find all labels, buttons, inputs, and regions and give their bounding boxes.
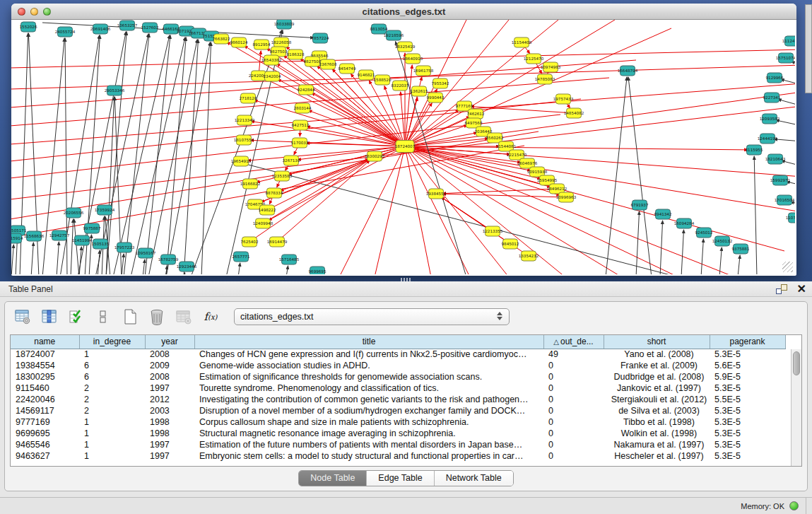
graph-node[interactable]: 9845012 [502, 239, 519, 249]
table-mode-icon[interactable] [13, 308, 32, 326]
graph-node[interactable]: 9699695 [309, 267, 326, 274]
graph-edge[interactable] [339, 146, 405, 274]
graph-node[interactable]: 16648794 [618, 66, 638, 76]
graph-node[interactable]: 9990443 [427, 93, 445, 103]
graph-node[interactable]: 19218596 [384, 30, 404, 40]
graph-node[interactable]: 1527602 [141, 23, 159, 33]
graph-edge[interactable] [754, 156, 757, 274]
tab-node-table[interactable]: Node Table [299, 471, 367, 486]
network-graph[interactable]: 1552026240557242069140610653257152760264… [11, 20, 795, 274]
graph-node[interactable]: 7955342 [432, 78, 449, 88]
graph-edge[interactable] [166, 37, 186, 274]
graph-edge[interactable] [71, 219, 73, 274]
graph-edge[interactable] [113, 35, 170, 274]
graph-edge[interactable] [405, 146, 509, 274]
graph-node[interactable]: 10996963 [556, 192, 577, 202]
graph-node[interactable]: 19166822 [240, 179, 260, 189]
graph-edge[interactable] [254, 100, 405, 146]
new-column-icon[interactable] [121, 308, 139, 326]
graph-edge[interactable] [143, 259, 145, 274]
graph-node[interactable]: 9242844 [298, 85, 315, 95]
graph-edge[interactable] [131, 37, 185, 274]
graph-node[interactable]: 7625402 [241, 237, 259, 247]
graph-node[interactable]: 9375881 [732, 244, 750, 254]
graph-node[interactable]: 11568636 [24, 231, 45, 241]
graph-edge[interactable] [145, 35, 170, 274]
float-panel-icon[interactable] [776, 284, 787, 294]
graph-node[interactable]: 18640910 [403, 54, 423, 64]
import-table-disabled-icon[interactable] [175, 308, 193, 326]
graph-edge[interactable] [267, 159, 369, 210]
graph-edge[interactable] [375, 146, 405, 274]
graph-node[interactable]: 18325419 [395, 42, 416, 52]
graph-node[interactable]: 29053346 [105, 86, 125, 95]
graph-node[interactable]: 1362615 [411, 86, 428, 96]
graph-node[interactable]: 7857224 [312, 33, 329, 43]
graph-edge[interactable] [57, 242, 59, 274]
column-header-pagerank[interactable]: pagerank [710, 335, 785, 349]
graph-node[interactable]: 1498222 [259, 205, 276, 215]
show-columns-icon[interactable] [40, 308, 59, 326]
graph-node[interactable]: 10974983 [541, 62, 561, 72]
graph-node[interactable]: 1505135 [92, 239, 110, 249]
graph-edge[interactable] [106, 32, 126, 274]
graph-node[interactable]: 7663822 [213, 34, 230, 44]
graph-node[interactable]: 8454749 [339, 64, 356, 74]
graph-edge[interactable] [31, 243, 33, 274]
graph-edge[interactable] [98, 250, 100, 274]
graph-node[interactable]: 3267130 [283, 156, 300, 165]
function-builder-icon[interactable]: f(x) [201, 308, 220, 326]
graph-edge[interactable] [701, 239, 703, 274]
graph-node[interactable]: 17957223 [114, 243, 135, 252]
graph-edge[interactable] [298, 146, 405, 160]
graph-edge[interactable] [606, 77, 627, 274]
graph-edge[interactable] [405, 146, 431, 274]
graph-node[interactable]: 16543382 [261, 55, 281, 65]
graph-node[interactable]: 18226058 [271, 37, 292, 47]
tab-edge-table[interactable]: Edge Table [367, 471, 434, 486]
graph-node[interactable]: 8427512 [292, 120, 310, 130]
table-row[interactable]: 946554611997Estimation of the future num… [11, 439, 785, 450]
graph-node[interactable]: 1552026 [20, 22, 37, 32]
vertical-scrollbar[interactable] [791, 349, 801, 466]
graph-node[interactable]: 12213355 [483, 226, 503, 236]
graph-node[interactable]: 3915914 [11, 233, 23, 243]
table-row[interactable]: 1938455462009Genome-wide association stu… [11, 360, 785, 371]
graph-node[interactable]: 17016504 [775, 195, 795, 205]
graph-edge[interactable] [122, 254, 124, 274]
scrollbar-thumb[interactable] [793, 351, 800, 375]
graph-node[interactable]: 11154408 [512, 37, 532, 47]
graph-edge[interactable] [681, 230, 684, 274]
graph-edge[interactable] [778, 99, 795, 106]
graph-node[interactable]: 20691406 [90, 24, 111, 34]
graph-node[interactable]: 8813054 [370, 24, 388, 34]
graph-edge[interactable] [74, 219, 79, 274]
graph-edge[interactable] [636, 211, 640, 274]
delete-icon[interactable] [148, 308, 166, 326]
graph-node[interactable]: 24055724 [55, 27, 76, 37]
graph-node[interactable]: 12353583 [272, 171, 293, 181]
table-row[interactable]: 2242004622012Investigating the contribut… [11, 394, 785, 405]
graph-node[interactable]: 15992971 [770, 175, 791, 185]
graph-node[interactable]: 19654915 [231, 156, 252, 166]
graph-edge[interactable] [738, 255, 740, 274]
graph-node[interactable]: 18107554 [234, 135, 254, 145]
graph-node[interactable]: 1588520 [374, 75, 392, 85]
graph-node[interactable]: 8878334 [266, 188, 283, 198]
graph-node[interactable]: 14854082 [564, 108, 584, 118]
graph-edge[interactable] [249, 160, 370, 242]
graph-edge[interactable] [405, 146, 795, 212]
graph-edge[interactable] [401, 92, 405, 146]
table-row[interactable]: 969969511998Structural magnetic resonanc… [11, 428, 785, 439]
column-header-name[interactable]: name [11, 335, 79, 349]
network-canvas[interactable]: 1552026240557242069140610653257152760264… [11, 20, 795, 274]
graph-node[interactable]: 8912954 [253, 40, 271, 49]
graph-node[interactable]: 16961758 [413, 66, 434, 76]
graph-node[interactable]: 6791937 [631, 200, 649, 210]
column-header-in_degree[interactable]: in_degree [79, 335, 145, 349]
column-header-short[interactable]: short [604, 335, 710, 349]
graph-edge[interactable] [286, 266, 288, 274]
table-row[interactable]: 977716911998Corpus callosum shape and si… [11, 416, 785, 428]
graph-node[interactable]: 18210643 [765, 154, 786, 164]
graph-node[interactable]: 8115955 [746, 145, 763, 155]
